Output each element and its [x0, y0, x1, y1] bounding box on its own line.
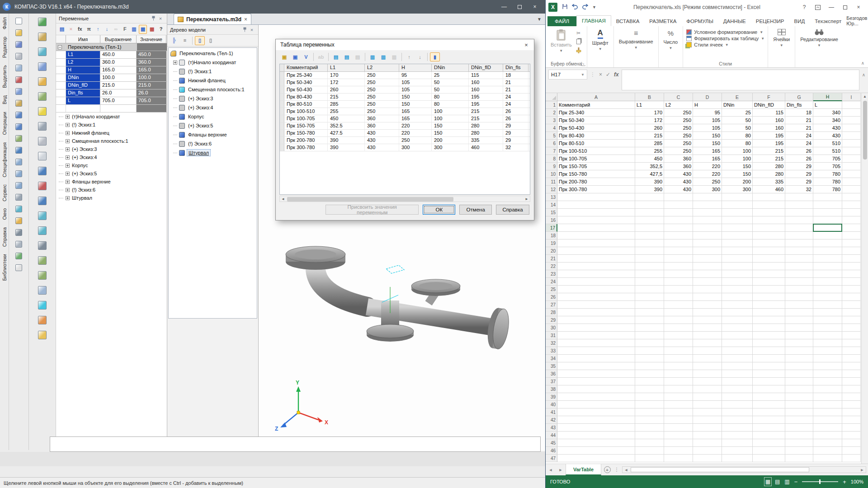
cell[interactable]: 705: [813, 155, 842, 163]
cell[interactable]: [664, 293, 693, 301]
cell[interactable]: [664, 216, 693, 224]
cell[interactable]: [722, 370, 753, 378]
rebuild-model-icon[interactable]: [14, 251, 24, 260]
feature-list-item[interactable]: (+) Эскиз:5: [56, 169, 167, 178]
cell[interactable]: 335: [753, 178, 785, 186]
cell[interactable]: [785, 332, 813, 339]
dialog-table-cell[interactable]: 250: [365, 108, 399, 115]
feature-list-item[interactable]: Нижний фланец: [56, 129, 167, 137]
account-area[interactable]: Безгодов Юр... ▼: [846, 15, 868, 26]
more-icon[interactable]: ⋮: [613, 464, 620, 475]
enter-entry-icon[interactable]: ✓: [606, 71, 610, 78]
cell[interactable]: 215: [635, 132, 664, 140]
cell[interactable]: [785, 362, 813, 370]
edit-part-icon[interactable]: [36, 16, 49, 27]
cell[interactable]: Прк 25-340: [557, 109, 635, 117]
cell[interactable]: [693, 408, 722, 416]
cell[interactable]: [664, 255, 693, 263]
feature-list-item[interactable]: (!) Эскиз:6: [56, 186, 167, 194]
cell[interactable]: [722, 224, 753, 232]
cell[interactable]: [785, 270, 813, 278]
dialog-table-cell[interactable]: 105: [399, 79, 432, 86]
cell[interactable]: 427,5: [635, 170, 664, 178]
cell[interactable]: [842, 101, 861, 109]
row-header[interactable]: 31: [546, 332, 557, 339]
cell[interactable]: [557, 408, 635, 416]
cell[interactable]: [635, 393, 664, 401]
cell[interactable]: [693, 301, 722, 309]
cell[interactable]: 80: [722, 140, 753, 147]
dialog-table-cell[interactable]: 165: [399, 108, 432, 115]
zoom-in-icon[interactable]: +: [843, 479, 846, 485]
dialog-close-icon[interactable]: ×: [519, 42, 534, 48]
assign-values-icon[interactable]: V: [301, 52, 311, 61]
row-header[interactable]: 2: [546, 109, 557, 117]
cell[interactable]: [635, 332, 664, 339]
cell[interactable]: DNin_flD: [753, 101, 785, 109]
cell[interactable]: 32: [785, 186, 813, 193]
menu-item[interactable]: Окно: [2, 208, 7, 220]
cell[interactable]: [842, 147, 861, 155]
cell[interactable]: [635, 309, 664, 316]
menu-item[interactable]: Вид: [2, 95, 7, 104]
feature-list-item[interactable]: (т)Начало координат: [56, 113, 167, 121]
cell[interactable]: [842, 347, 861, 355]
cell[interactable]: [693, 455, 722, 462]
cell[interactable]: [842, 447, 861, 455]
move-row-up-icon[interactable]: ↑: [404, 52, 414, 61]
cell[interactable]: [693, 193, 722, 201]
dialog-table-cell[interactable]: 29: [503, 130, 528, 136]
cell[interactable]: 80: [722, 132, 753, 140]
cell[interactable]: [557, 332, 635, 339]
dialog-table-cell[interactable]: 250: [365, 101, 399, 108]
cell[interactable]: [813, 309, 842, 316]
variable-row[interactable]: Din_fls26.026.0: [56, 89, 167, 97]
cell[interactable]: [635, 286, 664, 293]
cut-icon[interactable]: ✂: [575, 29, 583, 37]
cell[interactable]: [635, 209, 664, 216]
zoom-level[interactable]: 100%: [851, 479, 863, 484]
cell[interactable]: 220: [693, 163, 722, 170]
cell[interactable]: [813, 332, 842, 339]
expand-icon[interactable]: [66, 147, 70, 151]
cell[interactable]: [635, 416, 664, 424]
cell[interactable]: 780: [813, 178, 842, 186]
help-mode-icon[interactable]: [14, 263, 24, 272]
cell[interactable]: Прк 100-510: [557, 147, 635, 155]
new-document-icon[interactable]: [14, 16, 24, 25]
row-header[interactable]: 23: [546, 270, 557, 278]
cell[interactable]: [753, 324, 785, 332]
cell[interactable]: 340: [813, 117, 842, 124]
dialog-column-header[interactable]: Din_fls: [503, 64, 528, 71]
dialog-table-cell[interactable]: 430: [365, 137, 399, 144]
cell[interactable]: [785, 309, 813, 316]
cell[interactable]: [813, 193, 842, 201]
ribbon-tab[interactable]: ГЛАВНАЯ: [576, 15, 611, 26]
cell[interactable]: 165: [693, 155, 722, 163]
cell[interactable]: 172: [635, 117, 664, 124]
dialog-table-cell[interactable]: 150: [432, 122, 469, 129]
help-icon[interactable]: ?: [797, 2, 811, 12]
dialog-table-row[interactable]: Прк 50-3401722501055016021: [280, 79, 530, 86]
cell[interactable]: Прк 50-430: [557, 124, 635, 132]
cell[interactable]: 430: [664, 170, 693, 178]
cell[interactable]: [842, 339, 861, 347]
cell[interactable]: [842, 401, 861, 408]
cell[interactable]: [557, 209, 635, 216]
cell[interactable]: [557, 385, 635, 393]
row-header[interactable]: 36: [546, 370, 557, 378]
row-header[interactable]: 28: [546, 309, 557, 316]
cell[interactable]: [557, 224, 635, 232]
cell[interactable]: [557, 424, 635, 432]
cell[interactable]: [693, 309, 722, 316]
pan-view-icon[interactable]: [14, 192, 24, 202]
cell[interactable]: [664, 447, 693, 455]
cell[interactable]: [557, 355, 635, 362]
redo-icon[interactable]: [582, 3, 589, 11]
cell[interactable]: [842, 385, 861, 393]
dialog-table-cell[interactable]: 200: [432, 137, 469, 144]
row-header[interactable]: 3: [546, 117, 557, 124]
cell[interactable]: [722, 278, 753, 286]
normal-view-icon[interactable]: ▦: [765, 479, 770, 485]
cell[interactable]: 100: [722, 155, 753, 163]
